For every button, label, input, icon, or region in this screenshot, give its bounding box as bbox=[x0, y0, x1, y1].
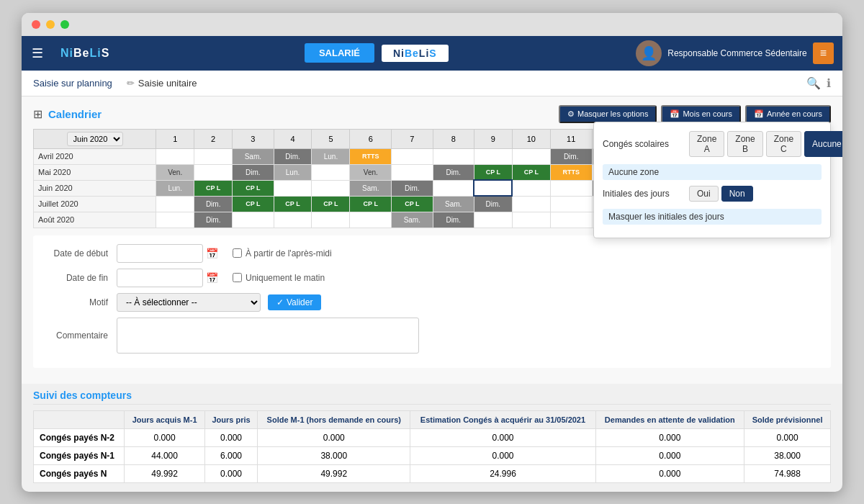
cell[interactable] bbox=[274, 212, 312, 228]
subnav-item-planning[interactable]: Saisie sur planning bbox=[33, 78, 112, 89]
close-dot[interactable] bbox=[32, 20, 40, 29]
date-debut-calendar-icon[interactable]: 📅 bbox=[206, 248, 218, 259]
suivi-n1-jours-acquis: 44.000 bbox=[125, 446, 205, 464]
cell[interactable] bbox=[512, 212, 550, 228]
subnav-right: 🔍 ℹ bbox=[806, 76, 831, 90]
cell[interactable]: Dim. bbox=[433, 212, 474, 228]
cell[interactable] bbox=[312, 164, 350, 180]
cell[interactable]: Dim. bbox=[194, 212, 233, 228]
cell[interactable] bbox=[156, 212, 194, 228]
cell[interactable] bbox=[233, 212, 274, 228]
date-fin-input[interactable] bbox=[117, 269, 203, 287]
search-icon[interactable]: 🔍 bbox=[806, 76, 821, 90]
cell[interactable] bbox=[550, 196, 592, 212]
cell[interactable] bbox=[274, 180, 312, 196]
cell[interactable] bbox=[194, 164, 233, 180]
info-icon[interactable]: ℹ bbox=[827, 76, 831, 90]
cell[interactable] bbox=[350, 212, 392, 228]
motif-select[interactable]: -- À sélectionner -- bbox=[117, 293, 261, 312]
cell[interactable] bbox=[433, 148, 474, 164]
check-icon: ✓ bbox=[276, 297, 284, 307]
commentaire-textarea[interactable] bbox=[117, 318, 419, 354]
cell[interactable]: Sam. bbox=[350, 180, 392, 196]
cell[interactable] bbox=[512, 148, 550, 164]
cell[interactable]: CP L bbox=[194, 180, 233, 196]
salarie-tab[interactable]: SALARIÉ bbox=[305, 43, 374, 63]
cell[interactable] bbox=[474, 148, 512, 164]
minimize-dot[interactable] bbox=[46, 20, 55, 29]
suivi-table: Jours acquis M-1 Jours pris Solde M-1 (h… bbox=[33, 410, 831, 483]
motif-row: Motif -- À sélectionner -- ✓ Valider bbox=[45, 293, 819, 312]
mois-en-cours-button[interactable]: 📅 Mois en cours bbox=[661, 105, 740, 123]
cell[interactable]: CP L bbox=[233, 196, 274, 212]
cell[interactable]: CP L bbox=[474, 164, 512, 180]
initiales-row: Initiales des jours Oui Non bbox=[603, 186, 822, 202]
date-fin-row: Date de fin 📅 Uniquement le matin bbox=[45, 269, 819, 287]
annee-en-cours-button[interactable]: 📅 Année en cours bbox=[745, 105, 831, 123]
maximize-dot[interactable] bbox=[60, 20, 69, 29]
col-1: 1 bbox=[156, 129, 194, 148]
col-4: 4 bbox=[274, 129, 312, 148]
cell[interactable] bbox=[512, 180, 550, 196]
cell[interactable]: CP L bbox=[350, 196, 392, 212]
cell[interactable] bbox=[512, 196, 550, 212]
cell[interactable]: Dim. bbox=[392, 180, 433, 196]
table-row: Congés payés N 49.992 0.000 49.992 24.99… bbox=[34, 464, 831, 482]
cell[interactable]: Dim. bbox=[433, 164, 474, 180]
oui-button[interactable]: Oui bbox=[689, 186, 719, 202]
cell[interactable] bbox=[312, 212, 350, 228]
cell[interactable] bbox=[194, 148, 233, 164]
cell[interactable]: RTTS bbox=[550, 164, 592, 180]
suivi-n1-solde-prev: 38.000 bbox=[744, 446, 831, 464]
zone-a-button[interactable]: Zone A bbox=[689, 131, 724, 157]
subnav-planning-label: Saisie sur planning bbox=[33, 78, 112, 89]
month-selector[interactable]: Juin 2020 bbox=[67, 132, 123, 146]
cell[interactable]: Dim. bbox=[474, 196, 512, 212]
cell[interactable]: CP L bbox=[392, 196, 433, 212]
cell[interactable]: CP L bbox=[274, 196, 312, 212]
valider-button[interactable]: ✓ Valider bbox=[268, 294, 321, 310]
cell[interactable] bbox=[156, 148, 194, 164]
matin-label: Uniquement le matin bbox=[246, 273, 325, 283]
cell[interactable]: CP L bbox=[512, 164, 550, 180]
cell[interactable] bbox=[474, 180, 512, 196]
cell[interactable] bbox=[474, 212, 512, 228]
cell[interactable] bbox=[312, 180, 350, 196]
cell[interactable] bbox=[392, 148, 433, 164]
zone-c-button[interactable]: Zone C bbox=[766, 131, 801, 157]
cell[interactable] bbox=[550, 212, 592, 228]
aucune-button[interactable]: Aucune bbox=[804, 131, 842, 157]
cell[interactable]: Dim. bbox=[194, 196, 233, 212]
subnav-unitaire-label: Saisie unitaire bbox=[138, 78, 197, 89]
matin-checkbox[interactable] bbox=[233, 273, 242, 282]
subnav-item-unitaire[interactable]: ✏ Saisie unitaire bbox=[127, 78, 197, 89]
user-menu-button[interactable]: ≡ bbox=[813, 42, 834, 64]
cell[interactable]: RTTS bbox=[350, 148, 392, 164]
date-debut-input[interactable] bbox=[117, 244, 203, 263]
cell[interactable]: Dim. bbox=[233, 164, 274, 180]
cell[interactable] bbox=[433, 180, 474, 196]
date-fin-calendar-icon[interactable]: 📅 bbox=[206, 272, 218, 284]
cell[interactable]: Lun. bbox=[312, 148, 350, 164]
cell[interactable]: Ven. bbox=[350, 164, 392, 180]
cell[interactable]: Dim. bbox=[274, 148, 312, 164]
non-button[interactable]: Non bbox=[721, 186, 753, 202]
suivi-n2-estimation: 0.000 bbox=[410, 428, 595, 446]
cell[interactable]: Sam. bbox=[392, 212, 433, 228]
zone-b-button[interactable]: Zone B bbox=[727, 131, 762, 157]
menu-icon[interactable]: ☰ bbox=[22, 45, 53, 61]
cell[interactable]: Ven. bbox=[156, 164, 194, 180]
cell[interactable]: Lun. bbox=[274, 164, 312, 180]
suivi-row-n1-label: Congés payés N-1 bbox=[34, 446, 125, 464]
cell[interactable]: Dim. bbox=[550, 148, 592, 164]
cell[interactable]: CP L bbox=[312, 196, 350, 212]
cell[interactable]: Sam. bbox=[233, 148, 274, 164]
apres-midi-checkbox[interactable] bbox=[233, 248, 242, 258]
masquer-options-button[interactable]: ⚙ Masquer les options bbox=[559, 105, 657, 123]
cell[interactable]: Lun. bbox=[156, 180, 194, 196]
cell[interactable] bbox=[392, 164, 433, 180]
cell[interactable]: CP L bbox=[233, 180, 274, 196]
cell[interactable] bbox=[550, 180, 592, 196]
cell[interactable]: Sam. bbox=[433, 196, 474, 212]
cell[interactable] bbox=[156, 196, 194, 212]
